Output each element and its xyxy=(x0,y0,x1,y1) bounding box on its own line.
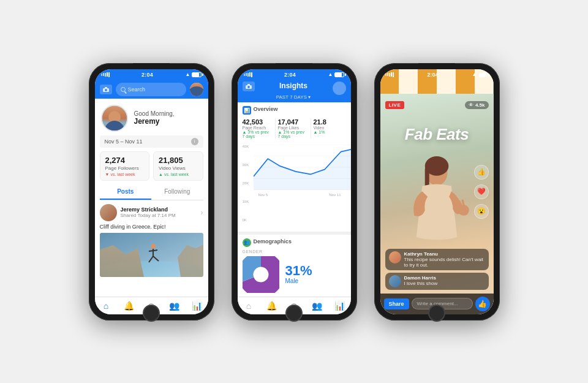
live-status-bar: 2:04 ▲ xyxy=(380,69,494,80)
demo-percent: 31% xyxy=(285,264,346,278)
insights-top-row: Insights PAST 7 DAYS ▾ xyxy=(238,80,351,102)
stat-card-followers: 2,274 Page Followers ▼ vs. last week xyxy=(100,151,150,181)
post-time-1: Shared Today at 7:14 PM xyxy=(121,213,197,218)
demo-header: 👥 Demographics xyxy=(243,238,346,247)
stat-change-followers: ▼ vs. last week xyxy=(105,172,145,176)
status-time-2: 2:04 xyxy=(284,72,296,78)
phone-1-home-btn[interactable] xyxy=(143,305,160,322)
live-container: 2:04 ▲ LIVE 👁 xyxy=(380,69,494,314)
metric-page-likes: 17,047 Page Likes ▲ 1% vs prev 7 days xyxy=(278,118,311,138)
wifi-icon-1: ▲ xyxy=(186,72,190,77)
x-label-start: Nov 5 xyxy=(258,193,268,197)
date-range-bar[interactable]: Nov 5 – Nov 11 i xyxy=(100,135,203,148)
svg-point-1 xyxy=(105,89,107,91)
metric-change-likes: ▲ 1% vs prev 7 days xyxy=(278,130,308,138)
pie-chart xyxy=(243,256,279,293)
greeting-name: Jeremy xyxy=(134,117,202,126)
search-bar-1[interactable]: Search xyxy=(116,83,186,96)
x-label-end: Nov 11 xyxy=(329,193,341,197)
nav-chart-2[interactable]: 📊 xyxy=(328,301,351,311)
comment-content-1: Kathryn Teanu This recipe sounds delish!… xyxy=(404,251,485,268)
phone-1-status-bar: 2:04 ▲ xyxy=(95,69,208,80)
metric-label-likes: Page Likes xyxy=(278,126,308,130)
like-button[interactable]: 👍 xyxy=(475,297,490,311)
status-time-1: 2:04 xyxy=(141,72,153,78)
comment-1: Kathryn Teanu This recipe sounds delish!… xyxy=(385,249,489,270)
stat-value-views: 21,805 xyxy=(159,156,198,165)
nav-chart-1[interactable]: 📊 xyxy=(186,301,208,311)
stat-card-views: 21,805 Video Views ▲ vs. last week xyxy=(153,151,203,181)
insights-subtitle: PAST 7 DAYS ▾ xyxy=(276,94,311,100)
live-overlay: 2:04 ▲ LIVE 👁 xyxy=(380,69,494,314)
live-top-bar: LIVE 👁 4.5k xyxy=(380,97,494,113)
phone-3-notch xyxy=(418,63,455,68)
share-button[interactable]: Share xyxy=(384,298,409,309)
overview-title: Overview xyxy=(254,106,278,112)
live-title: Fab Eats xyxy=(380,125,494,144)
tabs-row-1: Posts Following xyxy=(100,184,203,200)
comment-text-1: This recipe sounds delish! Can't wait to… xyxy=(404,257,485,268)
nav-people-1[interactable]: 👥 xyxy=(163,301,186,311)
y-label-10k: 10K xyxy=(243,200,249,203)
stat-label-views: Video Views xyxy=(159,165,198,171)
live-comments: Kathryn Teanu This recipe sounds delish!… xyxy=(380,245,494,294)
stat-label-followers: Page Followers xyxy=(105,165,145,171)
phone-3-home-btn[interactable] xyxy=(428,305,445,322)
insights-avatar[interactable] xyxy=(333,82,346,95)
live-badge: LIVE xyxy=(385,101,405,109)
gender-label: GENDER xyxy=(243,249,346,254)
post-image-svg xyxy=(100,233,203,277)
post-image-1 xyxy=(100,233,203,277)
phone-1-screen: 2:04 ▲ xyxy=(95,69,208,314)
nav-bell-1[interactable]: 🔔 xyxy=(118,301,140,311)
y-label-30k: 30K xyxy=(243,163,249,167)
camera-icon-2[interactable] xyxy=(243,82,255,91)
phone-1-notch xyxy=(133,63,170,68)
search-text-1: Search xyxy=(128,86,146,93)
chart-x-labels: Nov 5 Nov 11 xyxy=(243,193,346,197)
y-label-40k: 40K xyxy=(243,145,249,148)
nav-people-2[interactable]: 👥 xyxy=(306,301,328,311)
tab-following[interactable]: Following xyxy=(151,184,203,200)
metric-change-reach: ▲ 3% vs prev 7 days xyxy=(243,130,273,138)
metrics-row: 42,503 Page Reach ▲ 3% vs prev 7 days 17… xyxy=(243,118,346,138)
profile-avatar-1[interactable] xyxy=(101,105,128,132)
nav-bell-2[interactable]: 🔔 xyxy=(260,301,283,311)
battery-icon-3 xyxy=(479,72,489,77)
reaction-wow[interactable]: 😮 xyxy=(474,204,489,219)
status-icons-1: ▲ xyxy=(186,72,202,77)
phone-2-status-bar: 2:04 ▲ xyxy=(238,69,351,80)
stats-row: 2,274 Page Followers ▼ vs. last week 21,… xyxy=(100,151,203,181)
phone-2-home-btn[interactable] xyxy=(285,305,303,322)
post-more-icon-1[interactable]: › xyxy=(201,208,203,217)
post-item-1: Jeremy Strickland Shared Today at 7:14 P… xyxy=(95,200,208,281)
nav-home-1[interactable]: ⌂ xyxy=(95,301,118,311)
phone-2: 2:04 ▲ xyxy=(232,63,357,320)
phone-2-screen: 2:04 ▲ xyxy=(238,69,351,314)
demo-title: Demographics xyxy=(254,238,292,245)
stat-change-views: ▲ vs. last week xyxy=(159,172,198,176)
wifi-icon-3: ▲ xyxy=(472,72,477,77)
camera-icon-1[interactable] xyxy=(100,85,112,94)
header-avatar-1[interactable] xyxy=(190,83,203,96)
signal-bars-2 xyxy=(244,72,252,77)
status-icons-2: ▲ xyxy=(328,72,345,77)
live-view-count: 4.5k xyxy=(475,102,485,108)
reaction-heart[interactable]: ❤️ xyxy=(474,184,489,199)
nav-home-2[interactable]: ⌂ xyxy=(238,301,260,311)
reaction-like[interactable]: 👍 xyxy=(474,165,489,180)
tab-posts[interactable]: Posts xyxy=(100,184,152,200)
profile-section-1: Good Morning, Jeremy xyxy=(95,99,208,135)
metric-video: 21.8 Video ▲ 1% xyxy=(314,118,346,138)
live-reactions: 👍 ❤️ 😮 xyxy=(474,165,489,219)
greeting-line1: Good Morning, xyxy=(134,110,202,117)
phone-1: 2:04 ▲ xyxy=(89,63,214,320)
metric-value-video: 21.8 xyxy=(314,118,344,126)
demo-content: 31% Male xyxy=(243,256,346,293)
svg-point-7 xyxy=(151,244,156,249)
metric-value-reach: 42,503 xyxy=(243,118,273,126)
comment-text-2: I love this show xyxy=(404,281,485,286)
signal-bars-3 xyxy=(385,72,394,77)
svg-rect-14 xyxy=(247,84,250,85)
post-name-1: Jeremy Strickland xyxy=(121,207,197,213)
